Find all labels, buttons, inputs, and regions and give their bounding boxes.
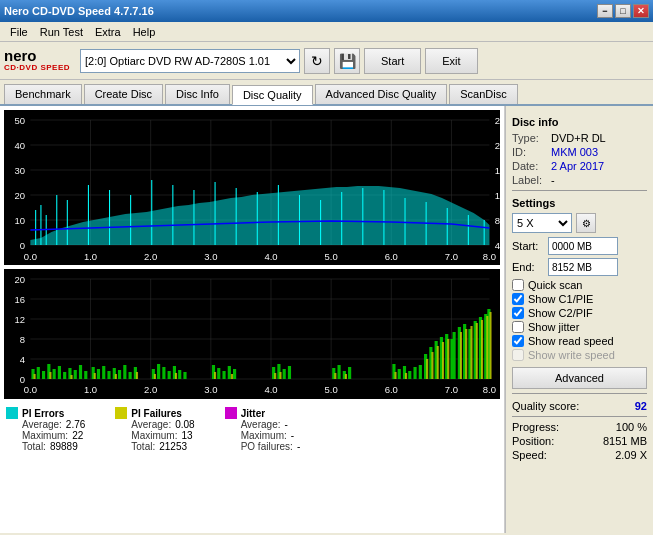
tab-advanced-disc-quality[interactable]: Advanced Disc Quality (315, 84, 448, 104)
quick-scan-row: Quick scan (512, 279, 647, 291)
tab-disc-quality[interactable]: Disc Quality (232, 85, 313, 105)
svg-text:8.0: 8.0 (483, 385, 496, 395)
svg-text:3.0: 3.0 (204, 385, 217, 395)
svg-text:6.0: 6.0 (385, 385, 398, 395)
svg-rect-93 (97, 369, 100, 379)
advanced-button[interactable]: Advanced (512, 367, 647, 389)
pi-failures-label: PI Failures (131, 408, 182, 419)
progress-row: Progress: 100 % (512, 421, 647, 433)
svg-rect-83 (42, 371, 45, 379)
svg-text:7.0: 7.0 (445, 252, 458, 262)
show-read-speed-checkbox[interactable] (512, 335, 524, 347)
pi-failures-max-value: 13 (181, 430, 192, 441)
disc-label-label: Label: (512, 174, 547, 186)
svg-rect-107 (183, 372, 186, 379)
menu-file[interactable]: File (4, 24, 34, 40)
speed-value: 2.09 X (615, 449, 647, 461)
legend-jitter: Jitter Average: - Maximum: - PO failures… (225, 407, 301, 452)
disc-id-row: ID: MKM 003 (512, 146, 647, 158)
svg-rect-126 (419, 365, 422, 379)
quality-score-value: 92 (635, 400, 647, 412)
app-title: Nero CD-DVD Speed 4.7.7.16 (4, 5, 154, 17)
pi-failures-avg-value: 0.08 (175, 419, 194, 430)
svg-text:16: 16 (15, 295, 26, 305)
pi-failures-max-label: Maximum: (131, 430, 177, 441)
drive-select[interactable]: [2:0] Optiarc DVD RW AD-7280S 1.01 (80, 49, 300, 73)
svg-rect-157 (426, 359, 428, 379)
show-jitter-checkbox[interactable] (512, 321, 524, 333)
svg-text:4: 4 (495, 241, 500, 251)
jitter-stats: Average: - Maximum: - PO failures: - (241, 419, 301, 452)
tab-benchmark[interactable]: Benchmark (4, 84, 82, 104)
svg-rect-124 (408, 371, 411, 379)
svg-text:8.0: 8.0 (483, 252, 496, 262)
svg-rect-166 (481, 320, 483, 379)
svg-rect-160 (442, 342, 444, 379)
svg-text:4: 4 (20, 355, 25, 365)
start-input[interactable] (548, 237, 618, 255)
pi-errors-total-label: Total: (22, 441, 46, 452)
legend-pi-errors: PI Errors Average: 2.76 Maximum: 22 Tota… (6, 407, 85, 452)
progress-label: Progress: (512, 421, 559, 433)
chart-area: 50 40 30 20 10 0 24 20 16 12 8 4 (0, 106, 505, 533)
svg-text:0: 0 (20, 241, 25, 251)
refresh-button[interactable]: ↻ (304, 48, 330, 74)
show-read-speed-label: Show read speed (528, 335, 614, 347)
exit-button[interactable]: Exit (425, 48, 477, 74)
show-c2-pif-checkbox[interactable] (512, 307, 524, 319)
jitter-max-value: - (291, 430, 294, 441)
svg-rect-133 (453, 332, 456, 379)
svg-rect-125 (413, 367, 416, 379)
show-c2-pif-label: Show C2/PIF (528, 307, 593, 319)
jitter-label: Jitter (241, 408, 265, 419)
tab-bar: Benchmark Create Disc Disc Info Disc Qua… (0, 80, 653, 106)
disc-label-row: Label: - (512, 174, 647, 186)
pi-errors-stats: Average: 2.76 Maximum: 22 Total: 89889 (22, 419, 85, 452)
tab-scandisc[interactable]: ScanDisc (449, 84, 517, 104)
show-c1-pie-label: Show C1/PIE (528, 293, 593, 305)
right-panel: Disc info Type: DVD+R DL ID: MKM 003 Dat… (505, 106, 653, 533)
save-button[interactable]: 💾 (334, 48, 360, 74)
show-c1-pie-checkbox[interactable] (512, 293, 524, 305)
svg-rect-165 (476, 323, 478, 379)
svg-text:20: 20 (495, 141, 500, 151)
maximize-button[interactable]: □ (615, 4, 631, 18)
svg-rect-103 (162, 367, 165, 379)
tab-disc-info[interactable]: Disc Info (165, 84, 230, 104)
bottom-chart-svg: 20 16 12 8 4 0 (4, 269, 500, 399)
close-button[interactable]: ✕ (633, 4, 649, 18)
start-input-row: Start: (512, 237, 647, 255)
svg-rect-104 (168, 371, 171, 379)
jitter-avg-value: - (284, 419, 287, 430)
jitter-color (225, 407, 237, 419)
svg-text:2.0: 2.0 (144, 252, 157, 262)
pi-failures-color (115, 407, 127, 419)
quick-scan-checkbox[interactable] (512, 279, 524, 291)
menu-extra[interactable]: Extra (89, 24, 127, 40)
disc-date-value: 2 Apr 2017 (551, 160, 604, 172)
tab-create-disc[interactable]: Create Disc (84, 84, 163, 104)
svg-text:0.0: 0.0 (24, 252, 37, 262)
menu-help[interactable]: Help (127, 24, 162, 40)
legend-pi-failures-header: PI Failures (115, 407, 194, 419)
show-read-speed-row: Show read speed (512, 335, 647, 347)
settings-icon-button[interactable]: ⚙ (576, 213, 596, 233)
svg-rect-163 (465, 329, 467, 379)
start-input-label: Start: (512, 240, 544, 252)
menu-run-test[interactable]: Run Test (34, 24, 89, 40)
speed-select[interactable]: 5 X 1 X 2 X 4 X 8 X Max (512, 213, 572, 233)
svg-text:1.0: 1.0 (84, 252, 97, 262)
logo-nero: nero (4, 48, 70, 65)
svg-rect-109 (217, 368, 220, 379)
pi-failures-stats: Average: 0.08 Maximum: 13 Total: 21253 (131, 419, 194, 452)
show-c1-pie-row: Show C1/PIE (512, 293, 647, 305)
svg-rect-168 (489, 312, 491, 379)
logo-cdspeed: CD·DVD SPEED (4, 64, 70, 73)
show-write-speed-checkbox[interactable] (512, 349, 524, 361)
svg-text:12: 12 (495, 191, 500, 201)
end-input[interactable] (548, 258, 618, 276)
start-button[interactable]: Start (364, 48, 421, 74)
jitter-po-value: - (297, 441, 300, 452)
minimize-button[interactable]: − (597, 4, 613, 18)
svg-rect-167 (486, 316, 488, 379)
